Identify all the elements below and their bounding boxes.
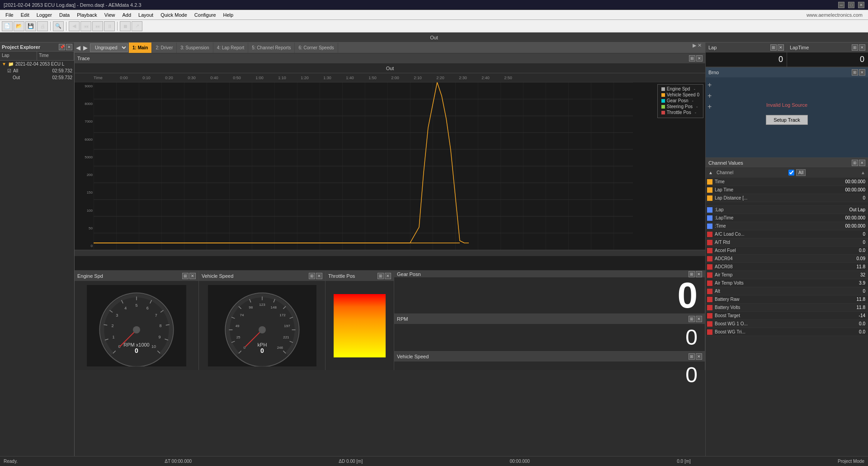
cv-name-boosttgt: Boost Target [714, 313, 832, 318]
brno-close-button[interactable]: ✕ [859, 69, 865, 76]
pe-close-button[interactable]: ✕ [66, 44, 72, 50]
tab-main[interactable]: 1: Main [129, 43, 152, 53]
rewind-button[interactable]: ⏮ [80, 21, 91, 31]
brno-plus-1[interactable]: + [707, 80, 712, 90]
tab-next-button[interactable]: ▶ [82, 43, 89, 53]
cv-row-accelfuel: Accel Fuel 0.0 [706, 247, 868, 255]
print-button[interactable]: 🖨 [37, 21, 48, 31]
tick-3: 0:30 [180, 76, 203, 80]
cv-val-batraw: 11.8 [832, 297, 868, 302]
legend-vehicle-speed: Vehicle Speed 0 [661, 92, 699, 97]
tab-prev-button[interactable]: ◀ [75, 43, 82, 53]
status-time: 00:00.000 [509, 459, 530, 464]
brno-plus-2[interactable]: + [707, 91, 712, 101]
open-button[interactable]: 📂 [14, 21, 24, 31]
cv-icon-batraw [707, 297, 712, 302]
export-button[interactable]: ↗ [132, 21, 142, 31]
brno-title: Brno [708, 70, 719, 75]
brno-expand-button[interactable]: ⊞ [852, 69, 858, 76]
legend-throttle-value: - [695, 110, 696, 115]
rpm-expand-button[interactable]: ⊞ [689, 316, 695, 322]
menu-help[interactable]: Help [220, 11, 237, 19]
pe-tree-row-root[interactable]: ▼ 📁 2021-02-04 2053 ECU L [0, 61, 74, 67]
cv-icon-time2 [707, 223, 712, 229]
legend-steering: Steering Pos - [661, 104, 699, 109]
rpm-value: 0 [685, 327, 698, 348]
tick-17: 2:50 [497, 76, 519, 80]
vspeed-value-display: 0 [394, 361, 705, 389]
menu-view[interactable]: View [101, 11, 119, 19]
menu-configure[interactable]: Configure [191, 11, 220, 19]
cv-close-button[interactable]: ✕ [859, 160, 865, 166]
legend-gear-posn-color [661, 99, 665, 103]
cv-val-adcr04: 0.09 [832, 256, 868, 261]
tab-suspension[interactable]: 3: Suspension [177, 43, 213, 53]
menu-data[interactable]: Data [56, 11, 73, 19]
lap-expand-button[interactable]: ⊞ [770, 44, 777, 51]
trace-chart-area[interactable]: 9000 8000 7000 6000 5000 200 150 100 50 … [75, 82, 705, 250]
cv-icon-accelfuel [707, 248, 712, 253]
throttle-expand-button[interactable]: ⊞ [377, 273, 384, 279]
pe-tree-row-out[interactable]: Out 02:59.732 [0, 74, 74, 81]
channel-values: Channel Values ⊞ ✕ ▲ Channel All ▲ [706, 158, 868, 456]
stop-button[interactable]: ⏹ [120, 21, 131, 31]
rpm-close-button[interactable]: ✕ [696, 316, 702, 322]
tab-add-button[interactable]: ▶ ✕ [689, 43, 705, 53]
pe-pin-button[interactable]: 📌 [59, 44, 65, 50]
menu-playback[interactable]: Playback [73, 11, 101, 19]
cv-row-boosttgt: Boost Target -14 [706, 312, 868, 320]
cv-all-checkbox[interactable] [788, 170, 794, 176]
cv-expand-button[interactable]: ⊞ [852, 160, 858, 166]
laptime-expand-button[interactable]: ⊞ [852, 44, 858, 51]
ungrouped-dropdown[interactable]: Ungrouped [90, 43, 128, 52]
tab-lap-report[interactable]: 4: Lap Report [213, 43, 249, 53]
pause-button[interactable]: ⏸ [104, 21, 115, 31]
laptime-section: LapTime ⊞ ✕ 0 [787, 43, 868, 67]
tick-13: 2:10 [406, 76, 429, 80]
minimize-button[interactable]: ─ [838, 2, 844, 8]
speed-close-button[interactable]: ✕ [316, 273, 322, 279]
menu-add[interactable]: Add [119, 11, 135, 19]
trace-scrollbar[interactable] [75, 250, 705, 256]
setup-track-button[interactable]: Setup Track [766, 115, 808, 125]
engine-panel: Engine Spd ⊞ ✕ [75, 271, 199, 370]
maximize-button[interactable]: □ [848, 2, 854, 8]
lap-value: 0 [778, 55, 783, 64]
laptime-close-button[interactable]: ✕ [859, 44, 865, 51]
engine-close-button[interactable]: ✕ [189, 273, 196, 279]
cv-scroll[interactable]: Time 00:00.000 Lap Time 00:00.000 Lap Di… [706, 178, 868, 456]
zoom-button[interactable]: 🔍 [53, 21, 64, 31]
play-button[interactable]: ◀ [69, 21, 80, 31]
y-label-50: 50 [75, 226, 93, 230]
vspeed-subpanel: Vehicle Speed ⊞ ✕ 0 [394, 352, 705, 389]
menu-logger[interactable]: Logger [33, 11, 56, 19]
menu-file[interactable]: File [2, 11, 17, 19]
window-controls: ─ □ ✕ [838, 2, 864, 8]
tab-channel-reports[interactable]: 5: Channel Reports [248, 43, 295, 53]
tab-corner-speeds[interactable]: 6: Corner Speeds [295, 43, 338, 53]
close-button[interactable]: ✕ [858, 2, 864, 8]
new-button[interactable]: 📄 [2, 21, 13, 31]
menu-layout[interactable]: Layout [135, 11, 157, 19]
lap-close-button[interactable]: ✕ [778, 44, 784, 51]
vspeed-close-button[interactable]: ✕ [696, 353, 702, 360]
throttle-close-button[interactable]: ✕ [385, 273, 391, 279]
save-button[interactable]: 💾 [25, 21, 36, 31]
cv-row-time2: :Time 00:00.000 [706, 222, 868, 230]
menu-edit[interactable]: Edit [17, 11, 33, 19]
brno-plus-3[interactable]: + [707, 102, 712, 112]
pe-tree-row-all[interactable]: ☑ All 02:59.732 [0, 67, 74, 74]
cv-name-time2: :Time [714, 223, 832, 228]
brno-panel: Brno ⊞ ✕ + + + Invalid Log Source Setup … [706, 67, 868, 158]
cv-scroll-up[interactable]: ▲ [861, 170, 865, 175]
tick-0: 0:00 [113, 76, 135, 80]
forward-button[interactable]: ⏭ [92, 21, 103, 31]
trace-close-button[interactable]: ✕ [696, 55, 703, 62]
speed-expand-button[interactable]: ⊞ [309, 273, 315, 279]
menu-quickmode[interactable]: Quick Mode [157, 11, 191, 19]
trace-expand-button[interactable]: ⊞ [689, 55, 695, 62]
tab-driver[interactable]: 2: Driver [152, 43, 177, 53]
engine-expand-button[interactable]: ⊞ [182, 273, 189, 279]
tick-16: 2:40 [474, 76, 497, 80]
vspeed-expand-button[interactable]: ⊞ [689, 353, 695, 360]
